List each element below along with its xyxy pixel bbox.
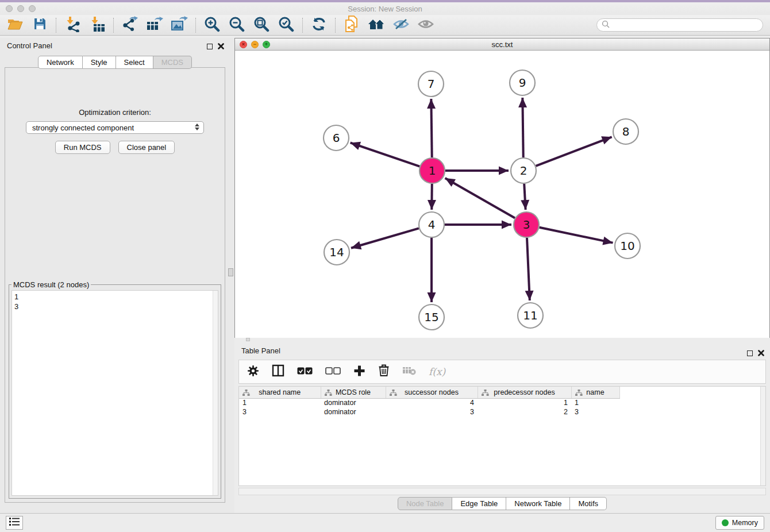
table-cell[interactable]: dominator — [321, 398, 386, 407]
tab-mcds[interactable]: MCDS — [153, 56, 192, 69]
column-header-mcds-role[interactable]: MCDS role — [321, 387, 386, 398]
show-column-button[interactable] — [272, 364, 284, 379]
table-horizontal-scrollbar[interactable] — [238, 488, 766, 495]
table-cell[interactable]: 3 — [571, 407, 619, 417]
graph-node-15[interactable]: 15 — [419, 304, 444, 330]
select-all-button[interactable] — [297, 367, 313, 377]
tab-node-table[interactable]: Node Table — [398, 497, 453, 510]
splitter-handle[interactable] — [228, 268, 233, 276]
table-cell[interactable]: 2 — [478, 407, 571, 417]
export-table-button[interactable] — [144, 17, 165, 34]
search-input[interactable] — [613, 21, 763, 29]
column-header-name[interactable]: name — [571, 387, 619, 398]
search-field[interactable] — [596, 18, 763, 32]
column-header-shared-name[interactable]: shared name — [239, 387, 321, 398]
table-cell[interactable]: 1 — [571, 398, 619, 407]
show-all-button[interactable] — [415, 17, 436, 34]
tab-motifs[interactable]: Motifs — [570, 497, 607, 510]
export-image-button[interactable] — [169, 17, 190, 34]
graph-edge-3-10[interactable] — [540, 228, 613, 243]
column-header-successor-nodes[interactable]: successor nodes — [386, 387, 478, 398]
unselect-all-button[interactable] — [325, 367, 341, 377]
zoom-selected-button[interactable] — [276, 17, 297, 34]
column-header-predecessor-nodes[interactable]: predecessor nodes — [478, 387, 571, 398]
zoom-fit-button[interactable] — [251, 17, 272, 34]
open-session-button[interactable] — [5, 17, 25, 34]
clone-network-button[interactable] — [341, 17, 362, 34]
float-table-panel-icon[interactable] — [747, 350, 753, 356]
mcds-result-text[interactable]: 13 — [11, 290, 218, 496]
refresh-layout-button[interactable] — [309, 17, 329, 34]
save-session-button[interactable] — [29, 17, 50, 34]
main-titlebar: Session: New Session — [0, 2, 770, 15]
delete-column-button[interactable] — [378, 364, 390, 379]
zoom-in-button[interactable] — [202, 17, 222, 34]
graph-node-4[interactable]: 4 — [419, 212, 444, 237]
network-canvas[interactable]: 7968124314101511 — [235, 51, 769, 338]
graph-edge-3-1[interactable] — [445, 178, 515, 218]
criterion-dropdown[interactable]: strongly connected component — [26, 121, 204, 134]
task-history-button[interactable] — [6, 516, 23, 530]
close-panel-icon[interactable] — [218, 41, 224, 52]
column-header-label: predecessor nodes — [494, 388, 555, 396]
network-window-titlebar[interactable]: × − + scc.txt — [235, 38, 769, 51]
graph-edge-2-9[interactable] — [522, 98, 523, 157]
graph-edge-3-11[interactable] — [527, 238, 530, 300]
home-view-button[interactable] — [366, 17, 387, 34]
graph-node-6[interactable]: 6 — [324, 125, 349, 151]
canvas-resize-handle[interactable] — [246, 338, 250, 341]
run-mcds-button[interactable]: Run MCDS — [55, 141, 110, 154]
svg-text:7: 7 — [428, 77, 435, 91]
delete-table-button[interactable] — [402, 366, 416, 377]
close-table-panel-icon[interactable] — [758, 348, 764, 358]
table-cell[interactable]: 3 — [386, 407, 478, 417]
graph-node-8[interactable]: 8 — [613, 119, 638, 144]
graph-edge-1-6[interactable] — [351, 142, 420, 166]
result-scrollbar[interactable] — [213, 291, 218, 495]
graph-edge-2-8[interactable] — [536, 137, 611, 166]
tab-network-table[interactable]: Network Table — [506, 497, 570, 510]
search-icon — [602, 20, 610, 30]
table-cell[interactable]: 1 — [239, 398, 321, 407]
graph-node-2[interactable]: 2 — [511, 158, 536, 183]
function-builder-button[interactable]: f(x) — [429, 366, 445, 377]
graph-node-3[interactable]: 3 — [514, 212, 539, 237]
tab-edge-table[interactable]: Edge Table — [452, 497, 506, 510]
graph-node-1[interactable]: 1 — [419, 158, 445, 183]
table-row[interactable]: 1dominator411 — [239, 398, 619, 407]
graph-edge-4-14[interactable] — [351, 228, 419, 248]
graph-node-9[interactable]: 9 — [510, 70, 535, 95]
export-network-button[interactable] — [120, 17, 140, 34]
graph-node-11[interactable]: 11 — [518, 303, 543, 328]
tab-style[interactable]: Style — [83, 56, 116, 69]
hide-selected-button[interactable] — [391, 17, 411, 34]
memory-label: Memory — [732, 519, 758, 527]
node-table-grid[interactable]: shared nameMCDS rolesuccessor nodesprede… — [239, 387, 620, 417]
table-cell[interactable]: dominator — [321, 407, 386, 417]
graph-node-14[interactable]: 14 — [324, 240, 349, 265]
control-panel-title: Control Panel — [7, 41, 52, 50]
panel-splitter[interactable] — [230, 38, 234, 513]
tab-select[interactable]: Select — [116, 56, 153, 69]
table-cell[interactable]: 1 — [478, 398, 571, 407]
import-table-button[interactable] — [87, 17, 107, 34]
graph-edge-2-3[interactable] — [524, 184, 525, 210]
float-panel-icon[interactable] — [207, 44, 213, 49]
table-cell[interactable]: 4 — [386, 398, 478, 407]
create-column-button[interactable] — [353, 365, 365, 379]
zoom-out-button[interactable] — [226, 17, 247, 34]
memory-button[interactable]: Memory — [715, 516, 764, 530]
tab-network[interactable]: Network — [38, 56, 83, 69]
table-row[interactable]: 3dominator323 — [239, 407, 619, 417]
import-network-button[interactable] — [62, 17, 83, 34]
graph-node-7[interactable]: 7 — [418, 71, 444, 97]
close-panel-button[interactable]: Close panel — [118, 141, 175, 154]
zoom-in-icon — [204, 16, 220, 34]
table-vertical-scrollbar[interactable] — [760, 387, 765, 485]
graph-node-10[interactable]: 10 — [615, 233, 640, 259]
network-graph[interactable]: 7968124314101511 — [235, 51, 769, 338]
export-image-icon — [171, 16, 188, 34]
graph-edge-1-7[interactable] — [431, 99, 432, 157]
table-cell[interactable]: 3 — [239, 407, 321, 417]
table-settings-button[interactable] — [247, 365, 259, 379]
